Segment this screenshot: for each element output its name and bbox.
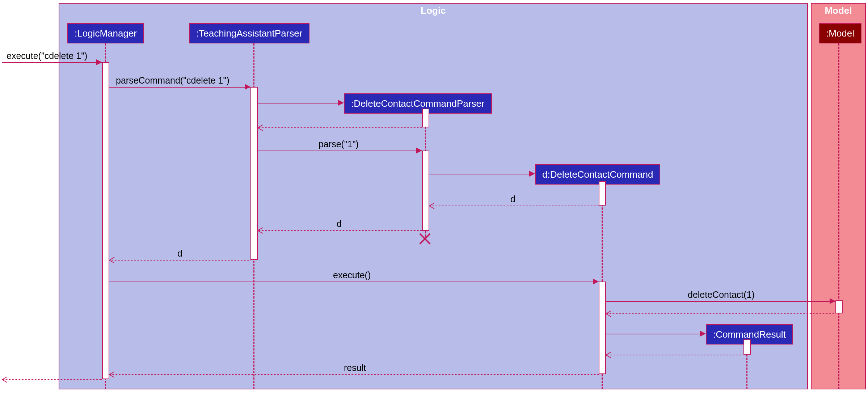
msg-final-return-line <box>2 379 102 380</box>
msg-return-deletecontact-arrow <box>606 310 612 316</box>
msg-return-dccparser-line <box>258 127 422 128</box>
msg-parsecommand-label: parseCommand("cdelete 1") <box>116 75 229 86</box>
msg-deletecontact-line <box>606 301 835 302</box>
msg-parse-arrow <box>416 148 422 153</box>
msg-d1-label: d <box>510 194 515 204</box>
msg-create-commandresult-line <box>606 334 705 334</box>
dcc-activation-1 <box>599 181 606 206</box>
msg-create-dccparser-arrow <box>338 100 344 106</box>
msg-d2-line <box>258 230 422 231</box>
msg-d1-line <box>429 206 599 206</box>
logic-region: Logic <box>59 3 808 389</box>
msg-parsecommand-line <box>109 87 250 88</box>
msg-return-dccparser-arrow <box>258 124 264 130</box>
msg-parse-label: parse("1") <box>319 139 359 149</box>
model-lifeline <box>838 43 839 389</box>
logic-manager-box: :LogicManager <box>67 23 144 43</box>
parser-activation <box>250 87 258 260</box>
model-box: :Model <box>819 23 861 43</box>
msg-create-dccparser-line <box>258 103 343 103</box>
msg-create-commandresult-arrow <box>700 331 706 337</box>
msg-create-dcc-line <box>429 174 534 174</box>
msg-d2-label: d <box>337 219 342 229</box>
logic-manager-activation <box>102 62 109 379</box>
delete-contact-command-parser-box: :DeleteContactCommandParser <box>344 93 492 114</box>
command-result-activation <box>743 339 751 355</box>
msg-deletecontact-arrow <box>830 298 835 304</box>
msg-execute2-line <box>109 282 599 282</box>
msg-execute1-line <box>2 62 102 63</box>
model-region-title: Model <box>825 5 852 16</box>
msg-d3-arrow <box>109 257 115 263</box>
msg-execute2-arrow <box>593 279 599 284</box>
model-activation <box>835 300 843 313</box>
msg-d3-label: d <box>177 248 182 259</box>
teaching-assistant-parser-box: :TeachingAssistantParser <box>189 23 309 43</box>
msg-execute1-label: execute("cdelete 1") <box>7 51 87 61</box>
logic-region-title: Logic <box>421 5 446 16</box>
sequence-diagram: Logic Model :LogicManager :TeachingAssis… <box>0 0 868 393</box>
dcc-parser-destroy-icon <box>418 231 432 245</box>
msg-result-label: result <box>344 363 366 373</box>
msg-execute1-arrow <box>96 59 102 65</box>
dcc-parser-activation-2 <box>422 151 429 231</box>
msg-parsecommand-arrow <box>245 84 250 90</box>
delete-contact-command-box: d:DeleteContactCommand <box>535 164 660 185</box>
msg-parse-line <box>258 151 422 151</box>
dcc-parser-activation-1 <box>422 109 429 127</box>
msg-execute2-label: execute() <box>333 270 371 280</box>
msg-deletecontact-label: deleteContact(1) <box>688 290 755 300</box>
msg-return-commandresult-arrow <box>606 352 612 358</box>
msg-return-commandresult-line <box>606 355 743 355</box>
msg-return-deletecontact-line <box>606 313 835 314</box>
dcc-activation-2 <box>599 282 606 374</box>
msg-result-arrow <box>109 371 115 377</box>
msg-create-dcc-arrow <box>529 171 535 177</box>
msg-d3-line <box>109 260 250 261</box>
msg-final-return-arrow <box>2 376 8 382</box>
msg-d1-arrow <box>429 203 435 208</box>
msg-result-line <box>109 374 599 375</box>
msg-d2-arrow <box>258 227 264 233</box>
